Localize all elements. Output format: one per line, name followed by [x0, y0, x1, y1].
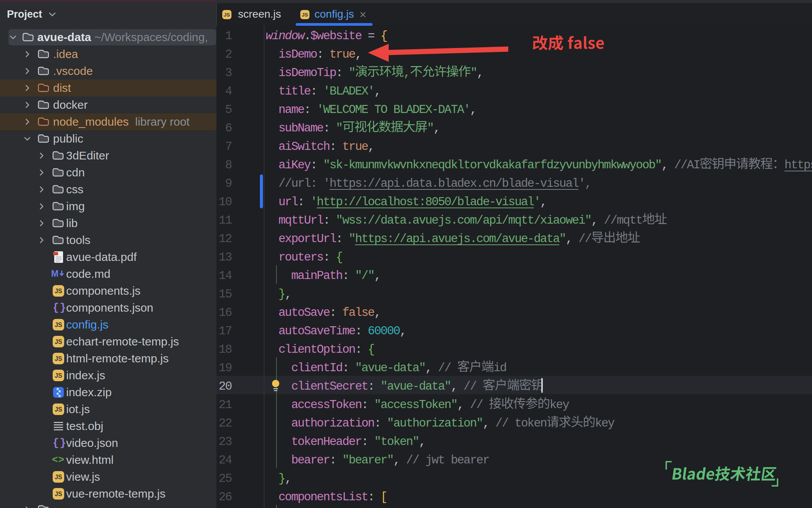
svg-text::: : — [336, 66, 343, 80]
svg-text::: : — [329, 140, 336, 153]
svg-text://: // — [464, 380, 477, 393]
svg-text::: : — [304, 103, 311, 116]
svg-text::: : — [317, 48, 323, 61]
svg-text:https: https — [784, 158, 812, 172]
svg-text:authorization: authorization — [291, 417, 374, 430]
svg-text:23: 23 — [219, 435, 232, 448]
svg-text:,: , — [419, 435, 425, 448]
svg-text:clientId: clientId — [291, 361, 342, 375]
svg-text:": " — [559, 232, 566, 246]
svg-text:',: ', — [578, 177, 591, 190]
svg-text:": " — [427, 121, 434, 135]
svg-text::: : — [323, 251, 329, 264]
svg-text::: : — [329, 306, 336, 319]
svg-text:{: { — [336, 251, 343, 264]
svg-text://AI: //AI — [674, 158, 699, 172]
svg-text:,: , — [566, 232, 572, 246]
svg-text:,: , — [661, 158, 668, 172]
svg-text:// jwt bearer: // jwt bearer — [406, 453, 489, 467]
svg-text:26: 26 — [219, 490, 232, 504]
svg-text:'WELCOME TO BLADEX-DATA': 'WELCOME TO BLADEX-DATA' — [317, 103, 470, 116]
svg-text:}: } — [278, 287, 285, 301]
svg-text:19: 19 — [219, 361, 232, 375]
svg-text:autoSave: autoSave — [278, 306, 329, 319]
svg-text:true: true — [329, 48, 355, 61]
svg-text:http://localhost:8050/blade-vi: http://localhost:8050/blade-visual — [317, 195, 534, 209]
svg-text://: // — [496, 417, 509, 430]
svg-text:": " — [349, 232, 355, 246]
svg-text:8: 8 — [225, 158, 231, 172]
svg-text:': ' — [534, 195, 540, 209]
svg-text:aiKey: aiKey — [278, 158, 311, 172]
svg-text:,: , — [540, 195, 547, 209]
svg-text:window: window — [266, 29, 305, 43]
svg-text:id: id — [494, 361, 506, 375]
svg-text:,: , — [457, 398, 464, 412]
svg-text:key: key — [595, 417, 614, 430]
svg-text:componentsList: componentsList — [278, 490, 368, 504]
svg-text:10: 10 — [219, 195, 232, 209]
svg-text:=: = — [368, 29, 374, 43]
svg-text:13: 13 — [219, 251, 232, 264]
svg-text:{: { — [381, 29, 387, 43]
svg-text:,: , — [400, 324, 406, 338]
svg-text:autoSaveTime: autoSaveTime — [278, 324, 355, 338]
svg-text:,: , — [591, 214, 598, 227]
svg-text:": " — [336, 121, 343, 135]
svg-text:14: 14 — [219, 269, 232, 282]
svg-text::: : — [374, 417, 381, 430]
svg-text:"authorization": "authorization" — [387, 417, 483, 430]
svg-text::: : — [310, 85, 317, 98]
svg-text:"avue-data": "avue-data" — [355, 361, 425, 375]
svg-text:21: 21 — [219, 398, 232, 412]
svg-text::: : — [323, 214, 329, 227]
svg-text:1: 1 — [225, 29, 232, 43]
svg-text:tokenHeader: tokenHeader — [291, 435, 361, 448]
svg-text:,: , — [374, 85, 381, 98]
svg-text:exportUrl: exportUrl — [278, 232, 336, 246]
svg-text://: // — [470, 398, 483, 412]
svg-text::: : — [323, 121, 329, 135]
svg-text:,: , — [368, 140, 374, 153]
svg-text:17: 17 — [219, 324, 232, 338]
svg-text:title: title — [278, 85, 310, 98]
svg-text:isDemo: isDemo — [278, 48, 317, 61]
svg-text:7: 7 — [225, 140, 231, 153]
svg-text:,: , — [393, 453, 400, 467]
svg-text:,: , — [483, 417, 489, 430]
svg-text:12: 12 — [219, 232, 232, 246]
svg-text:3: 3 — [225, 66, 231, 80]
svg-text:60000: 60000 — [368, 324, 400, 338]
svg-text:,: , — [403, 66, 410, 80]
svg-text:25: 25 — [219, 472, 232, 485]
svg-text:,: , — [470, 103, 476, 116]
svg-text::: : — [342, 269, 349, 282]
svg-text::: : — [355, 324, 361, 338]
svg-text:,: , — [425, 361, 432, 375]
svg-text::: : — [361, 435, 368, 448]
svg-text:11: 11 — [219, 214, 232, 227]
svg-text:,: , — [355, 48, 361, 61]
svg-text:$website: $website — [310, 29, 361, 43]
svg-text:,: , — [451, 380, 457, 393]
svg-text:}: } — [278, 472, 285, 485]
svg-text:6: 6 — [225, 121, 231, 135]
svg-text::: : — [355, 343, 361, 356]
svg-text:,: , — [285, 472, 291, 485]
svg-text:bearer: bearer — [291, 453, 329, 467]
svg-text:4: 4 — [225, 85, 232, 98]
svg-text::: : — [368, 490, 374, 504]
svg-text:'BLADEX': 'BLADEX' — [323, 85, 374, 98]
svg-text:true: true — [342, 140, 368, 153]
svg-text://url: ': //url: ' — [278, 177, 329, 190]
svg-text:,: , — [374, 269, 381, 282]
svg-text:isDemoTip: isDemoTip — [278, 66, 336, 80]
svg-text:routers: routers — [278, 251, 323, 264]
svg-text:,: , — [285, 287, 291, 301]
svg-text:url: url — [278, 195, 298, 209]
svg-text:"token": "token" — [374, 435, 419, 448]
svg-text:"accessToken": "accessToken" — [374, 398, 457, 412]
svg-text:,: , — [477, 66, 483, 80]
svg-text::: : — [342, 361, 349, 375]
svg-text:https://api.avuejs.com/avue-da: https://api.avuejs.com/avue-data — [355, 232, 560, 246]
